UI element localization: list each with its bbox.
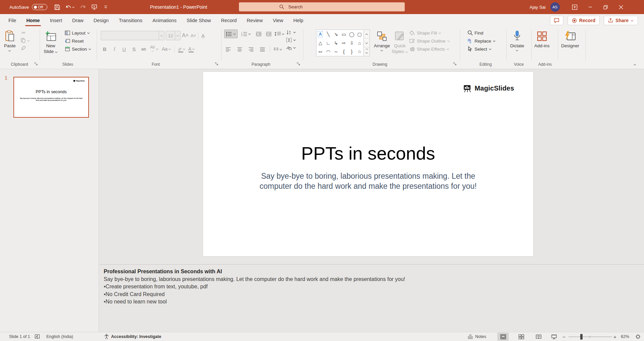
shape-fill-button[interactable]: Shape Fill [409, 30, 450, 36]
restore-button[interactable] [598, 0, 613, 14]
shapes-scroll-down[interactable] [364, 38, 369, 47]
search-input[interactable]: Search [239, 2, 405, 11]
customize-quick-access-icon[interactable] [102, 2, 110, 12]
decrease-font-size-button[interactable]: A˅ [190, 32, 197, 40]
zoom-level[interactable]: 62% [621, 332, 629, 341]
decrease-indent-button[interactable] [254, 30, 262, 38]
shape-textbox[interactable]: A [318, 31, 323, 37]
drawing-dialog-launcher[interactable] [453, 62, 458, 67]
tab-record[interactable]: Record [216, 14, 242, 27]
shape-scribble[interactable]: ∾ [316, 47, 324, 56]
find-button[interactable]: Find [467, 30, 496, 36]
notes-bullet[interactable]: •Create presentation from text, youtube,… [104, 283, 637, 291]
bullets-button[interactable] [224, 30, 238, 38]
tab-help[interactable]: Help [288, 14, 308, 27]
character-spacing-button[interactable]: AV↔ [150, 45, 159, 53]
notes-heading[interactable]: Professional Presentations in Seconds wi… [104, 268, 637, 276]
autosave-toggle[interactable]: AutoSave Off [9, 4, 47, 10]
user-name[interactable]: Ajay Sai [530, 5, 546, 10]
highlight-color-button[interactable] [178, 45, 185, 53]
tab-view[interactable]: View [268, 14, 288, 27]
quick-styles-button[interactable]: Quick Styles [392, 29, 408, 54]
undo-icon[interactable] [65, 2, 76, 12]
cut-button[interactable]: ✂ [21, 30, 27, 36]
font-size-combo[interactable]: 12 [166, 31, 181, 40]
zoom-slider-track[interactable] [568, 337, 612, 337]
shapes-scroll-up[interactable] [364, 30, 369, 38]
shape-arc[interactable]: ◠ [324, 47, 332, 56]
align-left-button[interactable] [224, 45, 232, 54]
reset-button[interactable]: Reset [64, 38, 91, 44]
slide-sorter-view-button[interactable] [515, 333, 527, 341]
section-button[interactable]: Section [64, 46, 91, 52]
new-slide-button[interactable]: New Slide [44, 29, 58, 54]
slide-counter[interactable]: Slide 1 of 1 [9, 332, 30, 341]
record-button[interactable]: Record [567, 16, 600, 25]
accessibility-checker[interactable]: Accessibility: Investigate [104, 332, 161, 341]
align-center-button[interactable] [236, 45, 244, 54]
notes-pane[interactable]: Professional Presentations in Seconds wi… [99, 264, 644, 332]
align-text-button[interactable] [286, 37, 296, 43]
strikethrough-button[interactable]: ab [140, 45, 147, 53]
shape-elbow-connector[interactable]: ∟ [324, 39, 332, 47]
shapes-more-button[interactable] [364, 47, 369, 56]
tab-home[interactable]: Home [21, 14, 45, 27]
shape-freeform[interactable]: ⌂ [356, 39, 363, 47]
fit-slide-to-window-button[interactable] [635, 332, 641, 341]
clear-formatting-button[interactable]: Ḁ [200, 32, 206, 40]
shape-effects-button[interactable]: Shape Effects [409, 46, 450, 52]
increase-font-size-button[interactable]: A˄ [182, 32, 189, 40]
numbering-button[interactable]: 123 [240, 30, 252, 38]
tab-file[interactable]: File [3, 14, 21, 27]
shape-left-brace[interactable]: { [340, 47, 348, 56]
notes-bullet[interactable]: •No Credit Card Required [104, 291, 637, 298]
shape-oval[interactable]: ◯ [348, 30, 355, 39]
font-name-combo[interactable] [101, 31, 164, 40]
save-icon[interactable] [53, 2, 61, 12]
justify-button[interactable] [258, 45, 266, 54]
shape-rectangle[interactable]: ▭ [340, 30, 348, 39]
comments-button[interactable] [550, 16, 563, 25]
text-shadow-button[interactable]: S [131, 45, 137, 53]
slide-thumbnail[interactable]: MagicSlides PPTs in seconds Say bye-bye … [13, 77, 89, 118]
tab-animations[interactable]: Animations [147, 14, 182, 27]
add-ins-button[interactable]: Add-ins [534, 29, 550, 49]
autosave-switch[interactable]: Off [32, 4, 47, 10]
designer-button[interactable]: Designer [561, 29, 579, 49]
tab-transitions[interactable]: Transitions [114, 14, 147, 27]
columns-button[interactable] [274, 45, 282, 54]
font-color-button[interactable]: A [188, 45, 195, 53]
collapse-ribbon-icon[interactable] [634, 62, 636, 67]
close-button[interactable] [613, 0, 629, 14]
zoom-in-button[interactable]: + [613, 332, 616, 341]
slide[interactable]: MagicSlides PPTs in seconds Say bye-bye … [203, 71, 534, 257]
notes-body[interactable]: Say bye-bye to boring, laborious present… [104, 276, 637, 283]
shape-curve[interactable]: ∼ [332, 47, 340, 56]
shape-right-arrow[interactable]: ⇨ [340, 39, 348, 47]
tab-slide-show[interactable]: Slide Show [182, 14, 216, 27]
reading-view-button[interactable] [533, 333, 544, 341]
slide-subtitle[interactable]: Say bye-bye to boring, laborious present… [203, 171, 533, 191]
notes-bullet[interactable]: •No need to learn new tool [104, 298, 637, 306]
replace-button[interactable]: bc Replace [467, 38, 496, 44]
change-case-button[interactable]: Aa [162, 45, 171, 53]
start-slideshow-icon[interactable] [90, 2, 98, 12]
minimize-button[interactable] [583, 0, 598, 14]
font-dialog-launcher[interactable] [215, 62, 219, 67]
zoom-out-button[interactable]: − [562, 332, 565, 341]
avatar[interactable]: AS [550, 2, 560, 12]
italic-button[interactable]: I [111, 45, 118, 53]
underline-button[interactable]: U [121, 45, 128, 53]
format-painter-button[interactable] [21, 45, 27, 51]
clipboard-dialog-launcher[interactable] [34, 62, 39, 67]
tab-draw[interactable]: Draw [67, 14, 89, 27]
shape-star[interactable]: ☆ [356, 47, 363, 56]
paste-button[interactable]: Paste [4, 29, 16, 52]
tab-review[interactable]: Review [242, 14, 268, 27]
notes-toggle-button[interactable]: Notes [467, 332, 486, 341]
dictate-button[interactable]: Dictate [510, 29, 524, 51]
increase-indent-button[interactable] [264, 30, 273, 38]
line-spacing-button[interactable] [275, 30, 285, 38]
shape-right-brace[interactable]: } [348, 47, 355, 56]
shape-rounded-rectangle[interactable]: ▢ [356, 30, 363, 39]
